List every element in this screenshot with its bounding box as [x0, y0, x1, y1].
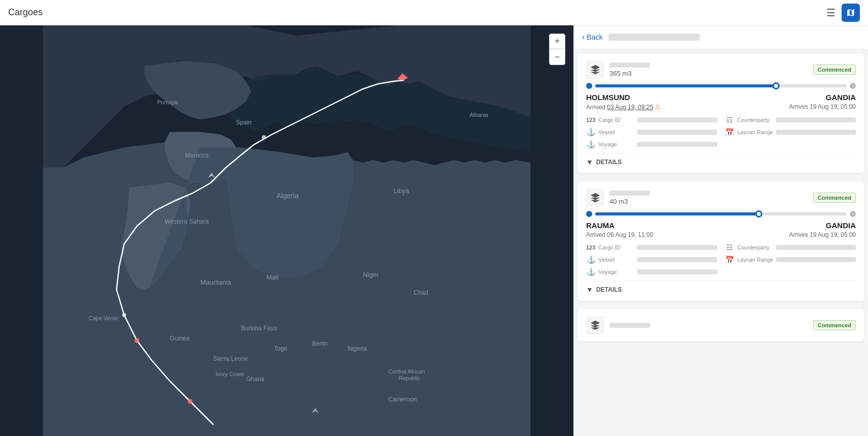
- back-button[interactable]: ‹ Back: [582, 33, 602, 42]
- svg-text:Ghana: Ghana: [246, 376, 265, 383]
- cargo-2-dest: GANDIA Arrives 19 Aug 19, 05:00: [789, 221, 856, 238]
- cargo-1-laycan-value: [776, 130, 856, 135]
- zoom-in-button[interactable]: +: [550, 34, 565, 49]
- svg-text:Nigeria: Nigeria: [348, 345, 367, 352]
- zoom-out-button[interactable]: −: [550, 49, 565, 65]
- cargo2-id-label: Cargo ID: [598, 244, 634, 251]
- cargo-2-progress-track: [595, 212, 847, 215]
- laycan-label: Laycan Range: [737, 129, 774, 135]
- details-chevron-icon: ▼: [586, 158, 593, 166]
- svg-point-26: [135, 338, 140, 343]
- svg-point-24: [262, 135, 266, 139]
- cargo-1-volume: 365 m3: [609, 70, 650, 77]
- svg-text:Mauritania: Mauritania: [201, 278, 232, 286]
- cargo-1-progress-mid: [773, 82, 780, 89]
- laycan-icon: 📅: [725, 128, 734, 136]
- card-1-header-row: 365 m3 Commenced: [586, 60, 856, 79]
- cargo2-id-icon: 123: [586, 244, 595, 251]
- svg-text:Chad: Chad: [414, 289, 429, 296]
- svg-text:Portugal: Portugal: [157, 99, 178, 105]
- cargo-1-details-toggle[interactable]: ▼ DETAILS: [586, 153, 856, 166]
- cargo-2-progress-fill: [595, 212, 759, 215]
- svg-text:Central African: Central African: [389, 368, 425, 375]
- cargo-2-details-grid: 123 Cargo ID ☷ Counterparty ⚓ Vessel 📅 L…: [586, 243, 856, 276]
- voyage-icon: ⚓: [586, 140, 595, 148]
- cargo-2-details-toggle[interactable]: ▼ DETAILS: [586, 281, 856, 294]
- svg-text:Albania: Albania: [470, 112, 489, 118]
- svg-point-27: [188, 399, 193, 404]
- panel-header: ‹ Back: [574, 25, 868, 49]
- cargo-3-status-badge: Commenced: [813, 320, 856, 330]
- counterparty-icon: ☷: [725, 116, 734, 124]
- menu-icon[interactable]: ☰: [826, 7, 835, 19]
- cargo-1-progress-bar: [586, 83, 856, 89]
- cargo-2-counterparty-value: [776, 245, 856, 250]
- cargo-2-volume: 40 m3: [609, 198, 650, 205]
- svg-text:Cameroon: Cameroon: [389, 396, 417, 403]
- cargo-2-origin: RAUMA Arrived 06 Aug 19, 11:00: [586, 221, 653, 238]
- cargo2-voyage-icon: ⚓: [586, 268, 595, 276]
- cargo-1-progress-end: [850, 83, 856, 89]
- cargo-1-vessel-value: [637, 130, 717, 135]
- svg-text:Cape Verde: Cape Verde: [89, 315, 118, 321]
- cargo-2-name-placeholder: [609, 191, 650, 196]
- cargo-2-status-badge: Commenced: [813, 193, 856, 203]
- cargo-1-progress-start: [586, 83, 592, 89]
- topbar-icons: ☰: [826, 4, 860, 22]
- cargo-2-progress-mid: [755, 210, 762, 217]
- cargo-card-2: 40 m3 Commenced RAUMA Arrived 06 Aug 19,: [578, 181, 864, 301]
- back-chevron-icon: ‹: [582, 33, 585, 42]
- svg-text:Algeria: Algeria: [277, 192, 299, 200]
- cargo2-details-label: DETAILS: [596, 286, 622, 293]
- cargo-2-route-row: RAUMA Arrived 06 Aug 19, 11:00 GANDIA Ar…: [586, 221, 856, 238]
- svg-text:Ivory Coast: Ivory Coast: [216, 371, 244, 377]
- map-area[interactable]: Spain Portugal Albania Morocco Algeria L…: [0, 25, 573, 436]
- cargo-1-route-row: HOLMSUND Arrived 03 Aug 19, 09:25 ⚠ GAND…: [586, 93, 856, 111]
- cargo-1-counterparty-item: ☷ Counterparty: [725, 116, 856, 124]
- vessel-icon: ⚓: [586, 128, 595, 136]
- cargo-1-name-placeholder: [609, 63, 650, 68]
- svg-text:Benin: Benin: [312, 340, 328, 347]
- cargo2-laycan-label: Laycan Range: [737, 257, 774, 263]
- cargo2-vessel-icon: ⚓: [586, 256, 595, 264]
- svg-text:Libya: Libya: [394, 187, 410, 195]
- cargo-1-origin-date[interactable]: 03 Aug 19, 09:25: [607, 104, 653, 111]
- main-layout: Spain Portugal Albania Morocco Algeria L…: [0, 0, 868, 436]
- svg-text:Western Sahara: Western Sahara: [165, 218, 209, 225]
- svg-text:Spain: Spain: [236, 119, 252, 126]
- cargo-1-dest: GANDIA Arrives 19 Aug 19, 05:00: [789, 93, 856, 111]
- vessel-label: Vessel: [598, 129, 634, 135]
- voyage-label: Voyage: [598, 141, 634, 147]
- cargo-3-title-block: [609, 323, 650, 328]
- map-toggle-button[interactable]: [842, 4, 860, 22]
- cargo-1-voyage-item: ⚓ Voyage: [586, 140, 717, 148]
- cargo2-counterparty-icon: ☷: [725, 243, 734, 252]
- header-placeholder: [608, 34, 700, 41]
- map-controls: + −: [549, 34, 565, 65]
- cargo-2-cargo-id-item: 123 Cargo ID: [586, 243, 717, 252]
- svg-text:Mali: Mali: [267, 273, 279, 281]
- cargo-2-icon: [586, 189, 604, 207]
- cargo-2-progress-start: [586, 211, 592, 217]
- cargo-1-title-block: 365 m3: [609, 63, 650, 77]
- cargo-2-progress-end: [850, 211, 856, 217]
- cargo-2-cargo-id-value: [637, 245, 717, 250]
- cargo-1-voyage-value: [637, 142, 717, 147]
- cargo-2-vessel-value: [637, 257, 717, 262]
- cargo-1-laycan-item: 📅 Laycan Range: [725, 128, 856, 136]
- cargo-card-1: 365 m3 Commenced HOLMSUND Ar: [578, 53, 864, 173]
- cargo-1-dest-port: GANDIA: [826, 93, 856, 102]
- card-3-header-row: Commenced: [586, 316, 856, 334]
- right-panel: ‹ Back 365 m3 Commenced: [573, 25, 868, 436]
- cargo2-laycan-icon: 📅: [725, 256, 734, 264]
- svg-text:Republic: Republic: [399, 375, 421, 381]
- back-label: Back: [587, 33, 602, 41]
- cargo-2-dest-port: GANDIA: [826, 221, 856, 230]
- cargo2-voyage-label: Voyage: [598, 269, 634, 275]
- cargo-2-voyage-item: ⚓ Voyage: [586, 268, 717, 276]
- cargo-2-title-block: 40 m3: [609, 191, 650, 205]
- cargo-2-counterparty-item: ☷ Counterparty: [725, 243, 856, 252]
- cargo-1-vessel-item: ⚓ Vessel: [586, 128, 717, 136]
- cargo-1-icon: [586, 60, 604, 79]
- svg-text:Morocco: Morocco: [185, 152, 209, 159]
